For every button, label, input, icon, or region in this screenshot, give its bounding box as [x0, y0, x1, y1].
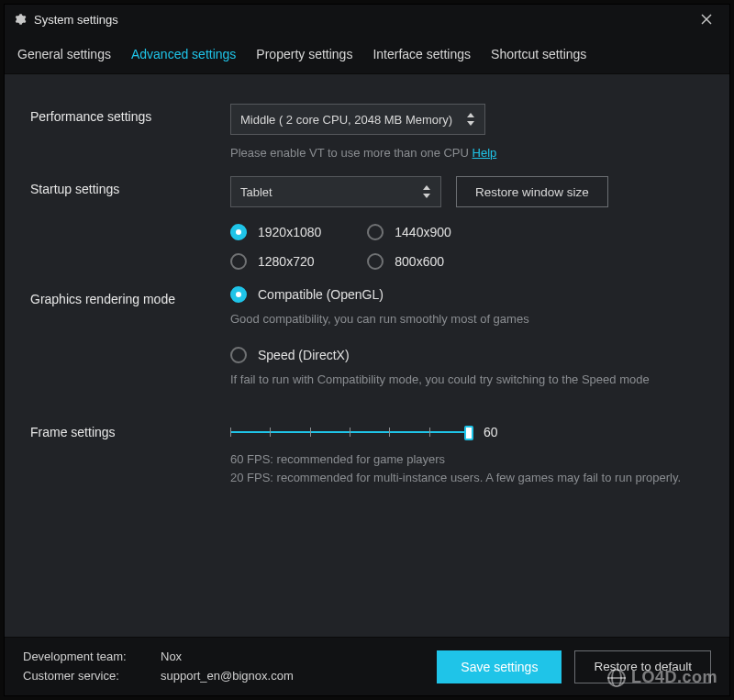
- footer-bar: Development team: Nox Customer service: …: [5, 637, 729, 695]
- frame-label: Frame settings: [30, 423, 230, 439]
- startup-selected-value: Tablet: [240, 185, 272, 199]
- tab-bar: General settings Advanced settings Prope…: [5, 34, 729, 74]
- frame-value: 60: [484, 425, 498, 439]
- performance-select[interactable]: Middle ( 2 core CPU, 2048 MB Memory): [230, 104, 485, 135]
- resolution-option-1920x1080[interactable]: 1920x1080: [230, 224, 321, 240]
- performance-row: Performance settings Middle ( 2 core CPU…: [30, 104, 704, 160]
- radio-icon: [367, 224, 384, 240]
- svg-marker-2: [467, 113, 474, 117]
- frame-slider[interactable]: [230, 423, 469, 441]
- slider-tick: [350, 428, 350, 437]
- speed-hint: If fail to run with Compatibility mode, …: [230, 371, 689, 389]
- performance-hint: Please enable VT to use more than one CP…: [230, 146, 704, 160]
- vt-hint-text: Please enable VT to use more than one CP…: [230, 146, 473, 160]
- svg-marker-3: [467, 121, 474, 126]
- render-label: Speed (DirectX): [258, 348, 350, 362]
- resolution-label: 1280x720: [258, 254, 315, 269]
- save-settings-button[interactable]: Save settings: [437, 650, 562, 683]
- radio-icon: [230, 347, 247, 363]
- tab-shortcut[interactable]: Shortcut settings: [491, 43, 586, 65]
- compatible-hint: Good compatibility, you can run smoothly…: [230, 310, 689, 328]
- close-icon: [701, 14, 712, 25]
- startup-label: Startup settings: [30, 176, 230, 196]
- updown-icon: [466, 112, 475, 127]
- gear-icon: [14, 13, 27, 26]
- tab-advanced[interactable]: Advanced settings: [131, 43, 236, 65]
- titlebar-left: System settings: [14, 13, 118, 27]
- frame-row: Frame settings 60 60 FPS: recommended fo…: [30, 423, 704, 487]
- slider-tick: [389, 428, 390, 437]
- slider-tick: [230, 428, 231, 437]
- graphics-label: Graphics rendering mode: [30, 286, 230, 306]
- radio-icon: [230, 253, 247, 270]
- radio-icon: [230, 286, 247, 303]
- resolution-grid: 1920x1080 1280x720 1440x900: [230, 224, 704, 270]
- resolution-label: 1920x1080: [258, 225, 321, 239]
- settings-window: System settings General settings Advance…: [4, 4, 730, 696]
- restore-default-button[interactable]: Restore to default: [574, 650, 711, 683]
- render-label: Compatible (OpenGL): [258, 287, 384, 302]
- tab-general[interactable]: General settings: [17, 43, 111, 65]
- render-option-speed[interactable]: Speed (DirectX): [230, 347, 704, 363]
- updown-icon: [422, 184, 431, 199]
- close-button[interactable]: [693, 6, 720, 33]
- startup-row: Startup settings Tablet Restore window s…: [30, 176, 704, 270]
- resolution-label: 800x600: [395, 254, 444, 269]
- window-title: System settings: [34, 13, 118, 27]
- svg-marker-4: [423, 185, 430, 190]
- svg-marker-5: [423, 194, 430, 198]
- resolution-option-1440x900[interactable]: 1440x900: [367, 224, 451, 240]
- resolution-label: 1440x900: [395, 225, 451, 239]
- help-link[interactable]: Help: [473, 146, 497, 160]
- customer-service-label: Customer service:: [23, 667, 151, 686]
- startup-select[interactable]: Tablet: [230, 176, 441, 207]
- frame-hint-line2: 20 FPS: recommended for multi-instance u…: [230, 469, 698, 487]
- dev-team-value: Nox: [161, 648, 182, 667]
- slider-tick: [429, 428, 430, 437]
- performance-selected-value: Middle ( 2 core CPU, 2048 MB Memory): [240, 113, 452, 127]
- slider-thumb[interactable]: [464, 426, 473, 440]
- tab-interface[interactable]: Interface settings: [373, 43, 471, 65]
- radio-icon: [230, 224, 247, 240]
- dev-team-label: Development team:: [23, 648, 151, 667]
- footer-info: Development team: Nox Customer service: …: [23, 648, 294, 686]
- content-area: Performance settings Middle ( 2 core CPU…: [5, 74, 729, 637]
- performance-label: Performance settings: [30, 104, 230, 124]
- render-option-compatible[interactable]: Compatible (OpenGL): [230, 286, 704, 303]
- radio-icon: [367, 253, 384, 270]
- slider-tick: [310, 428, 311, 437]
- graphics-row: Graphics rendering mode Compatible (Open…: [30, 286, 704, 406]
- resolution-option-800x600[interactable]: 800x600: [367, 253, 451, 270]
- resolution-option-1280x720[interactable]: 1280x720: [230, 253, 321, 270]
- tab-property[interactable]: Property settings: [256, 43, 352, 65]
- customer-service-value: support_en@bignox.com: [161, 667, 294, 686]
- title-bar: System settings: [5, 5, 729, 34]
- frame-hint: 60 FPS: recommended for game players 20 …: [230, 450, 698, 487]
- restore-window-size-button[interactable]: Restore window size: [456, 176, 608, 207]
- frame-hint-line1: 60 FPS: recommended for game players: [230, 450, 698, 469]
- slider-tick: [270, 428, 271, 437]
